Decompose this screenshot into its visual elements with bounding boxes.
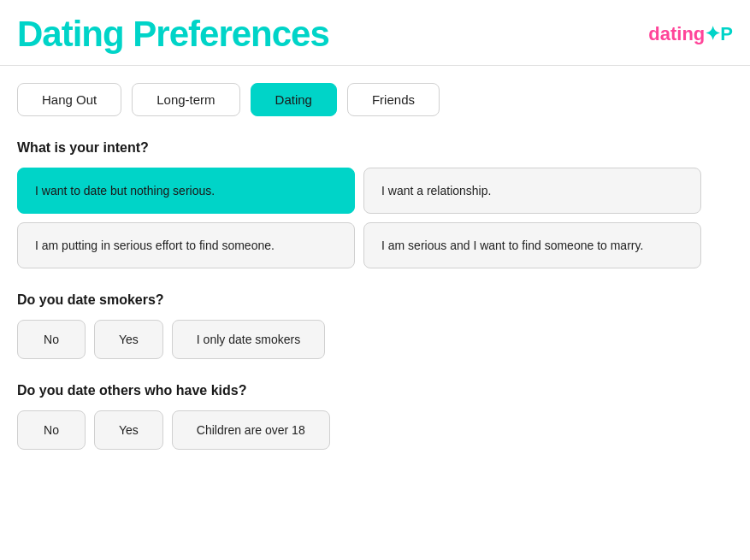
intent-options: I want to date but nothing serious. I wa… — [17, 168, 701, 268]
tab-friends[interactable]: Friends — [347, 83, 440, 116]
intent-relationship[interactable]: I want a relationship. — [363, 168, 701, 214]
intent-section: What is your intent? I want to date but … — [17, 140, 733, 268]
main-content: Hang Out Long-term Dating Friends What i… — [0, 66, 750, 491]
kids-options: No Yes Children are over 18 — [17, 410, 733, 450]
intent-no-serious[interactable]: I want to date but nothing serious. — [17, 168, 355, 214]
tab-hangout[interactable]: Hang Out — [17, 83, 121, 116]
logo-text: dating — [648, 23, 705, 44]
kids-yes[interactable]: Yes — [94, 410, 163, 450]
tab-longterm[interactable]: Long-term — [132, 83, 239, 116]
page-title: Dating Preferences — [17, 14, 329, 55]
intent-label: What is your intent? — [17, 140, 733, 156]
smokers-section: Do you date smokers? No Yes I only date … — [17, 292, 733, 359]
intent-serious-effort[interactable]: I am putting in serious effort to find s… — [17, 222, 355, 268]
kids-no[interactable]: No — [17, 410, 86, 450]
kids-label: Do you date others who have kids? — [17, 383, 733, 398]
smokers-no[interactable]: No — [17, 320, 86, 359]
kids-over18[interactable]: Children are over 18 — [172, 410, 330, 450]
tab-dating[interactable]: Dating — [251, 83, 337, 116]
smokers-yes[interactable]: Yes — [94, 320, 163, 359]
tab-row: Hang Out Long-term Dating Friends — [17, 83, 733, 116]
logo: dating✦P — [648, 23, 733, 45]
page-header: Dating Preferences dating✦P — [0, 0, 750, 66]
smokers-options: No Yes I only date smokers — [17, 320, 733, 359]
logo-icon: ✦P — [705, 23, 733, 44]
smokers-only[interactable]: I only date smokers — [172, 320, 325, 359]
kids-section: Do you date others who have kids? No Yes… — [17, 383, 733, 450]
smokers-label: Do you date smokers? — [17, 292, 733, 308]
intent-marry[interactable]: I am serious and I want to find someone … — [363, 222, 701, 268]
